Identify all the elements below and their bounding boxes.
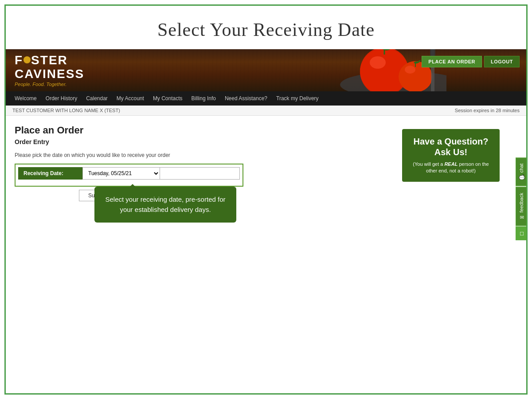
date-select[interactable]: Tuesday, 05/25/21 Thursday, 05/27/21 Tue… — [82, 167, 160, 180]
feedback-tab[interactable]: ✉ feedback — [516, 187, 527, 226]
side-tabs: 💬 chat ✉ feedback ☐ — [516, 158, 527, 241]
page-title: Select Your Receiving Date — [6, 19, 526, 40]
checkbox-tab[interactable]: ☐ — [516, 227, 527, 240]
nav-welcome[interactable]: Welcome — [10, 91, 41, 106]
chat-icon: 💬 — [518, 175, 524, 180]
svg-point-3 — [370, 56, 386, 69]
feedback-label: feedback — [519, 193, 524, 213]
help-box: Have a Question? Ask Us! (You will get a… — [402, 129, 500, 182]
tooltip-bubble: Select your receiving date, pre-sorted f… — [94, 187, 236, 223]
nav-order-history[interactable]: Order History — [41, 91, 82, 106]
session-info: Session expires in 28 minutes — [455, 108, 520, 113]
date-input-extension — [160, 167, 240, 180]
chat-tab[interactable]: 💬 chat — [516, 158, 527, 186]
nav-billing-info[interactable]: Billing Info — [187, 91, 220, 106]
logo-caviness: CAVINESS — [15, 67, 84, 81]
receiving-date-label: Receiving Date: — [18, 167, 82, 180]
logo-foster: FSTER — [15, 54, 84, 67]
form-box: Receiving Date: Tuesday, 05/25/21 Thursd… — [15, 164, 243, 187]
nav-my-contacts[interactable]: My Contacts — [149, 91, 187, 106]
help-body-real: REAL — [444, 161, 458, 167]
nav-my-account[interactable]: My Account — [112, 91, 149, 106]
page-container: Select Your Receiving Date — [4, 4, 528, 395]
nav-track-delivery[interactable]: Track my Delivery — [272, 91, 323, 106]
svg-rect-10 — [430, 49, 435, 56]
logo-tagline: People. Food. Together. — [15, 82, 84, 87]
chat-label: chat — [519, 164, 524, 173]
customer-name: TEST CUSTOMER WITH LONG NAME X (TEST) — [12, 108, 120, 113]
customer-bar: TEST CUSTOMER WITH LONG NAME X (TEST) Se… — [6, 106, 526, 116]
header-banner: FSTER CAVINESS People. Food. Together. P… — [6, 49, 526, 91]
feedback-icon: ✉ — [518, 214, 524, 220]
checkbox-icon: ☐ — [518, 231, 524, 236]
tooltip-text: Select your receiving date, pre-sorted f… — [106, 196, 226, 213]
page-title-area: Select Your Receiving Date — [6, 6, 526, 49]
logo-area: FSTER CAVINESS People. Food. Together. — [6, 49, 93, 91]
logo-icon — [23, 56, 31, 63]
help-box-title: Have a Question? Ask Us! — [411, 136, 491, 157]
place-order-button[interactable]: PLACE AN ORDER — [422, 56, 482, 67]
nav-calendar[interactable]: Calendar — [82, 91, 112, 106]
main-content: Place an Order Order Entry Please pick t… — [6, 116, 526, 210]
nav-need-assistance[interactable]: Need Assistance? — [220, 91, 272, 106]
help-body-part1: (You will get a — [413, 161, 444, 167]
logo-text: FSTER CAVINESS — [15, 54, 84, 81]
logout-button[interactable]: LOGOUT — [484, 56, 520, 67]
header-buttons: PLACE AN ORDER LOGOUT — [422, 56, 520, 67]
form-row-date: Receiving Date: Tuesday, 05/25/21 Thursd… — [18, 167, 240, 180]
svg-point-7 — [405, 66, 415, 74]
help-box-body: (You will get a REAL person on the other… — [411, 161, 491, 175]
nav-bar: Welcome Order History Calendar My Accoun… — [6, 91, 526, 106]
